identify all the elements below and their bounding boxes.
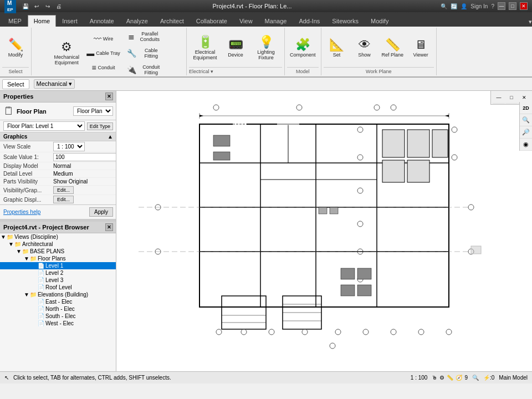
ribbon-toggle[interactable]: ▾ [529,18,532,25]
tree-item-south---elec[interactable]: 📄South - Elec [0,313,116,320]
search-btn[interactable]: 🔍 [441,3,447,9]
cable-tray-icon: ▬ [86,49,94,58]
set-btn[interactable]: 📐 Set [324,37,350,60]
visibility-edit-btn[interactable]: Edit... [53,186,74,194]
floor-plan-dropdown[interactable]: Floor Plan: Level 1 [3,121,85,131]
tree-item-floor-plans[interactable]: ▼📁Floor Plans [0,255,116,262]
sync-btn[interactable]: 🔄 [451,3,457,9]
tab-siteworks[interactable]: Siteworks [326,15,365,27]
tab-annotate[interactable]: Annotate [84,15,120,27]
properties-header: Properties ✕ [0,91,116,103]
view-scale-dropdown[interactable]: 1 : 100 [53,142,85,151]
component-btn[interactable]: 🧩 Component [287,37,319,60]
model-label: Model [287,67,319,74]
tab-mep[interactable]: MEP [2,15,28,27]
tree-item-architectural[interactable]: ▼📁Architectural [0,241,116,248]
tab-architect[interactable]: Architect [154,15,190,27]
viewer-btn[interactable]: 🖥 Viewer [407,37,434,60]
tree-item-level-2[interactable]: 📄Level 2 [0,269,116,277]
show-btn[interactable]: 👁 Show [351,37,378,60]
tab-modify[interactable]: Modify [365,15,395,27]
compass-icon[interactable]: 🧭 [456,375,462,381]
wire-btn[interactable]: 〰 Wire [84,32,123,45]
zoom-in-btn[interactable]: 🔍 [520,114,532,126]
zoom-out-btn[interactable]: 🔎 [520,126,532,139]
select-button[interactable]: Select [2,79,29,89]
conduit-btn[interactable]: ≡ Conduit [84,61,123,74]
tree-item-west---elec[interactable]: 📄West - Elec [0,320,116,327]
tree-item-elevations-(building)[interactable]: ▼📁Elevations (Building) [0,291,116,298]
svg-rect-33 [382,130,405,157]
lighting-fixture-btn[interactable]: 💡 Lighting Fixture [250,34,282,63]
close-btn[interactable]: ✕ [520,2,528,10]
status-message: Click to select, TAB for alternates, CTR… [13,375,406,381]
sign-in-btn[interactable]: Sign In [470,3,488,9]
tab-insert[interactable]: Insert [56,15,84,27]
properties-help-link[interactable]: Properties help [3,209,40,215]
tree-item-east---elec[interactable]: 📄East - Elec [0,298,116,305]
tree-icon: 📄 [38,313,44,319]
tab-manage[interactable]: Manage [259,15,293,27]
selection-icon[interactable]: 🖱 [432,375,437,381]
tab-analyze[interactable]: Analyze [120,15,154,27]
scale-value-name: Scale Value 1: [3,154,53,160]
parallel-conduits-btn[interactable]: ≣ Parallel Conduits [124,29,167,44]
tree-area[interactable]: ▼📁Views (Discipline)▼📁Architectural▼📁BAS… [0,233,116,371]
tree-label: Elevations (Building) [38,291,88,298]
apply-btn[interactable]: Apply [89,207,113,217]
redo-btn[interactable]: ↪ [43,1,53,11]
type-dropdown[interactable]: Floor Plan [73,106,113,116]
visibility-graph-name: Visibility/Grap... [3,187,53,193]
electrical-equipment-btn[interactable]: 🔋 Electrical Equipment [189,34,221,63]
mechanical-equipment-btn[interactable]: ⚙ Mechanical Equipment [50,39,83,68]
view-2d-btn[interactable]: 2D [520,102,532,114]
undo-btn[interactable]: ↩ [32,1,42,11]
edit-type-btn[interactable]: Edit Type [87,122,113,130]
tree-item-roof-level[interactable]: 📄Roof Level [0,284,116,291]
app-logo: MEP [4,0,16,13]
cable-fitting-btn[interactable]: 🔧 Cable Fitting [124,45,167,61]
save-btn[interactable]: 💾 [21,1,30,11]
svg-rect-36 [382,160,405,182]
tree-label: BASE PLANS [30,248,64,254]
tab-home[interactable]: Home [28,15,56,27]
tree-icon: 📄 [38,284,44,290]
tab-view[interactable]: View [233,15,259,27]
device-btn[interactable]: 📟 Device [222,37,249,60]
tree-item-level-1[interactable]: 📄Level 1 [0,262,116,269]
tree-item-north---elec[interactable]: 📄North - Elec [0,305,116,313]
electrical-label: Electrical ▾ [189,67,282,74]
maximize-btn[interactable]: □ [509,2,516,10]
conduit-fitting-btn[interactable]: 🔌 Conduit Fitting [124,62,167,78]
graphics-section-header[interactable]: Graphics ▲ [0,132,116,141]
graphic-displ-edit-btn[interactable]: Edit... [53,196,74,203]
help-btn[interactable]: ? [491,3,494,9]
settings-icon[interactable]: ⚙ [439,375,444,381]
tab-addins[interactable]: Add-Ins [293,15,326,27]
canvas-maximize-btn[interactable]: □ [505,91,518,104]
project-browser: Project4.rvt - Project Browser ✕ ▼📁Views… [0,222,116,371]
ruler-icon[interactable]: 📏 [447,375,453,381]
canvas-minimize-btn[interactable]: — [493,91,505,104]
cable-tray-btn[interactable]: ▬ Cable Tray [84,47,123,60]
minimize-btn[interactable]: — [498,2,505,10]
show-icon: 👁 [359,39,371,51]
component-label: Component [290,52,316,58]
tree-item-level-3[interactable]: 📄Level 3 [0,277,116,284]
status-right: 1 : 100 🖱 ⚙ 📏 🧭 9 🔍 ⚡:0 Main Model [411,375,528,381]
svg-rect-59 [471,246,481,254]
full-nav-btn[interactable]: ◉ [520,139,532,151]
canvas-viewport[interactable] [116,91,532,371]
tree-item-base-plans[interactable]: ▼📁BASE PLANS [0,248,116,255]
scale-value-input[interactable] [53,153,116,161]
tree-item-views-(discipline)[interactable]: ▼📁Views (Discipline) [0,233,116,241]
mechanical-selector[interactable]: Mechanical ▾ [34,79,75,89]
print-btn[interactable]: 🖨 [54,1,64,11]
tab-collaborate[interactable]: Collaborate [190,15,233,27]
prop-detail-level: Detail Level Medium [0,170,116,178]
properties-title: Properties [3,93,33,100]
browser-close-btn[interactable]: ✕ [105,223,113,231]
ref-plane-btn[interactable]: 📏 Ref Plane [379,37,407,60]
properties-close-btn[interactable]: ✕ [105,93,113,100]
modify-btn[interactable]: ✏️ Modify [2,37,29,60]
